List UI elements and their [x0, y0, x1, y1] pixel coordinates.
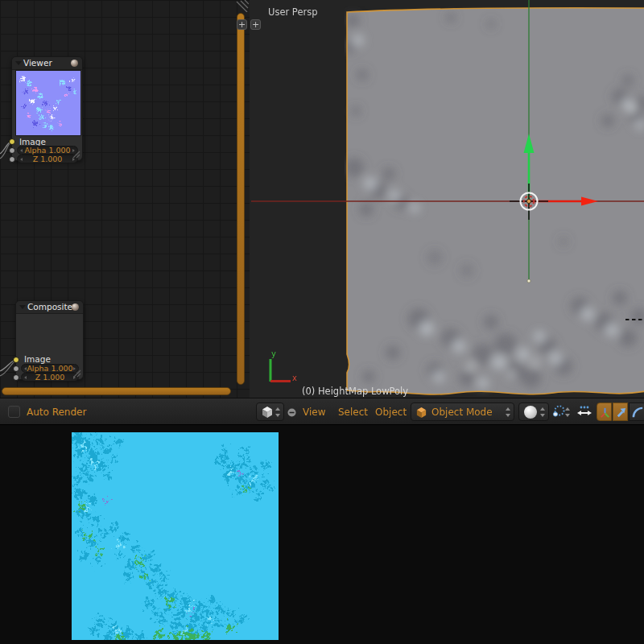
z-socket[interactable]: [9, 156, 15, 163]
z-value: Z 1.000: [18, 155, 77, 163]
node-resize-grip[interactable]: [72, 151, 80, 159]
z-slider[interactable]: Z 1.000: [17, 155, 78, 163]
node-editor-header: Auto Render: [0, 398, 248, 426]
composite-node[interactable]: Composite Image Alpha 1.000 Z 1.000: [15, 300, 84, 380]
alpha-value: Alpha 1.000: [22, 365, 78, 373]
auto-render-label: Auto Render: [27, 407, 86, 418]
snap-increment-icon: [577, 405, 592, 418]
mode-dropdown[interactable]: Object Mode: [411, 402, 514, 421]
translate-manipulator-button[interactable]: [613, 402, 628, 421]
viewer-node-preview-image: [15, 70, 81, 136]
composite-node-header[interactable]: Composite: [16, 301, 83, 314]
manipulator-toggle-button[interactable]: [597, 402, 612, 421]
rotate-arc-icon: [632, 407, 644, 419]
rendered-normal-map-image: [72, 432, 279, 640]
z-slider[interactable]: Z 1.000: [21, 373, 79, 382]
view-name-overlay: User Persp: [268, 6, 318, 18]
alpha-socket[interactable]: [13, 365, 19, 372]
proportional-edit-dropdown[interactable]: [551, 402, 573, 421]
chevron-updown-icon: [539, 407, 546, 417]
alpha-slider[interactable]: Alpha 1.000: [17, 146, 78, 155]
viewer-node-title: Viewer: [23, 58, 52, 68]
area-corner-grip[interactable]: [235, 0, 249, 12]
cube-icon: [261, 406, 274, 419]
alpha-slider[interactable]: Alpha 1.000: [21, 364, 79, 373]
node-resize-grip[interactable]: [73, 369, 81, 378]
axis-tripod-icon: [599, 407, 611, 419]
image-socket[interactable]: [13, 357, 19, 363]
image-socket[interactable]: [9, 138, 15, 145]
chevron-updown-icon: [505, 407, 511, 417]
viewer-node-header[interactable]: Viewer: [12, 57, 82, 70]
editor-type-button[interactable]: [256, 402, 284, 421]
3d-viewport[interactable]: User Persp y x (0) HeightMap LowPoly: [250, 0, 644, 398]
shading-sphere-icon: [524, 406, 537, 419]
collapse-triangle-icon[interactable]: [19, 305, 26, 309]
orange-cube-icon: [415, 407, 427, 419]
toolshelf-expand-button[interactable]: +: [250, 19, 261, 30]
dotted-circle-icon: [552, 405, 565, 418]
region-expand-button[interactable]: +: [237, 19, 247, 30]
heightmap-mesh[interactable]: [345, 6, 644, 396]
collapse-menus-button[interactable]: [287, 408, 296, 417]
rotate-manipulator-button[interactable]: [629, 402, 644, 421]
snap-button[interactable]: [574, 402, 595, 421]
node-editor-canvas[interactable]: Viewer: [0, 0, 251, 398]
vertical-scrollbar[interactable]: [237, 13, 245, 385]
z-value: Z 1.000: [22, 374, 78, 382]
axis-y-label: y: [271, 349, 276, 358]
mode-dropdown-label: Object Mode: [431, 407, 493, 418]
chevron-updown-icon: [564, 407, 571, 417]
alpha-socket[interactable]: [9, 147, 15, 154]
auto-render-checkbox[interactable]: [8, 406, 20, 418]
menu-select[interactable]: Select: [338, 407, 368, 418]
viewport-shading-dropdown[interactable]: [518, 402, 549, 421]
image-socket-label: Image: [24, 354, 51, 364]
horizontal-scrollbar[interactable]: [2, 387, 231, 395]
chevron-updown-icon: [275, 407, 281, 417]
blender-window: Viewer: [0, 0, 644, 644]
material-sphere-icon: [71, 60, 78, 67]
collapse-triangle-icon[interactable]: [15, 61, 22, 65]
material-sphere-icon: [72, 303, 79, 311]
axis-x-label: x: [292, 374, 297, 382]
menu-object[interactable]: Object: [375, 407, 407, 418]
viewport-header: View Select Object Object Mode: [248, 398, 644, 426]
menu-view[interactable]: View: [303, 407, 325, 418]
composite-node-title: Composite: [27, 302, 72, 312]
image-editor[interactable]: [0, 424, 644, 644]
alpha-value: Alpha 1.000: [18, 147, 77, 155]
translate-arrow-icon: [615, 407, 627, 419]
z-socket[interactable]: [13, 374, 19, 381]
viewer-node[interactable]: Viewer: [11, 56, 83, 161]
active-object-label: (0) HeightMap LowPoly: [302, 386, 408, 397]
